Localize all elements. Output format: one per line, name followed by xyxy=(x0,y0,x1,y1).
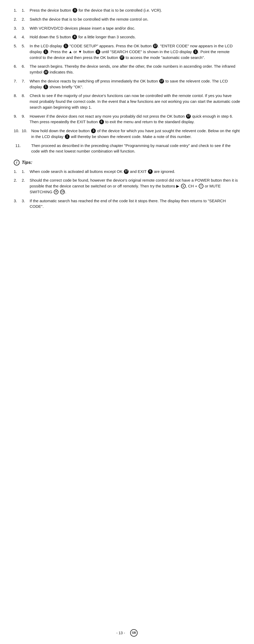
button-ref-3: 3 xyxy=(72,8,77,13)
button-ref-3b: 3 xyxy=(91,128,96,133)
step-number: 5. xyxy=(22,43,30,49)
list-item: 2. Switch the device that is to be contr… xyxy=(14,16,240,22)
step-number: 1. xyxy=(22,7,30,13)
list-item: 8. Check to see if the majority of your … xyxy=(14,93,240,110)
tip-number: 3. xyxy=(22,198,30,204)
button-ref-1: 1 xyxy=(64,44,68,48)
tips-list: 1. When code search is activated all but… xyxy=(14,169,240,210)
page-footer: - 13 - GB xyxy=(0,629,254,637)
step-number: 3. xyxy=(22,25,30,31)
step-number: 8. xyxy=(22,93,30,99)
step-number: 7. xyxy=(22,78,30,84)
step-number: 6. xyxy=(22,63,30,69)
tips-label: Tips: xyxy=(22,159,32,166)
list-item: 10. Now hold down the device button 3 of… xyxy=(14,128,240,140)
list-item: 5. In the LCD display 1 "CODE SETUP" app… xyxy=(14,43,240,60)
tip-content: Should the correct code be found, howeve… xyxy=(30,177,240,195)
tip-number: 2. xyxy=(22,177,30,183)
list-item: 1. Press the device button 3 for the dev… xyxy=(14,7,240,13)
list-item: 7. When the device reacts by switching o… xyxy=(14,78,240,90)
button-ref-17d: 17 xyxy=(186,114,191,119)
button-ref-6b: 6 xyxy=(148,169,153,174)
tip-number: 1. xyxy=(22,169,30,174)
step-content: Switch the device that is to be controll… xyxy=(30,16,240,22)
main-instructions-list: 1. Press the device button 3 for the dev… xyxy=(14,7,240,154)
button-ref-6: 6 xyxy=(99,119,104,124)
button-ref-17c: 17 xyxy=(159,79,164,84)
gb-badge: GB xyxy=(130,629,138,637)
step-content: Now hold down the device button 3 of the… xyxy=(31,128,240,140)
mute-icon: ✕ xyxy=(54,190,58,194)
button-ref-1e: 1 xyxy=(65,134,70,139)
step-number: 4. xyxy=(22,34,30,40)
list-item: 6. The search begins. Thereby the device… xyxy=(14,63,240,75)
button-ref-1c: 1 xyxy=(193,49,198,54)
step-number: 9. xyxy=(22,113,30,119)
step-content: Check to see if the majority of your dev… xyxy=(30,93,240,110)
step-content: Then proceed as described in the precedi… xyxy=(31,143,240,154)
button-ref-1d: 1 xyxy=(43,85,48,89)
tip-item: 3. If the automatic search has reached t… xyxy=(14,198,240,210)
button-ref-5b: 5 xyxy=(181,184,186,188)
tip-content: When code search is activated all button… xyxy=(30,169,240,174)
list-item: 11. Then proceed as described in the pre… xyxy=(15,143,240,154)
step-content: In the LCD display 1 "CODE SETUP" appear… xyxy=(30,43,240,60)
button-ref-14: 14 xyxy=(60,190,65,194)
tips-header: i Tips: xyxy=(14,159,240,166)
step-content: Press the device button 3 for the device… xyxy=(30,7,240,13)
step-content: With VCR/DVD/CD devices please insert a … xyxy=(30,25,240,31)
step-number: 10. xyxy=(22,128,31,134)
button-ref-17b: 17 xyxy=(120,55,124,60)
list-item: 3. With VCR/DVD/CD devices please insert… xyxy=(14,25,240,31)
tips-section: i Tips: 1. When code search is activated… xyxy=(14,159,240,209)
button-ref-1b: 1 xyxy=(43,49,48,54)
tip-content: If the automatic search has reached the … xyxy=(30,198,240,210)
page-content: 1. Press the device button 3 for the dev… xyxy=(0,0,254,235)
tip-item: 2. Should the correct code be found, how… xyxy=(14,177,240,195)
step-content: The search begins. Thereby the device se… xyxy=(30,63,240,75)
page-number: - 13 - xyxy=(116,630,125,636)
step-content: Hold down the S button 4 for a little lo… xyxy=(30,34,240,40)
button-ref-5: 5 xyxy=(96,49,100,54)
step-content: However if the device does not react any… xyxy=(30,113,240,125)
step-number: 2. xyxy=(22,16,30,22)
step-content: When the device reacts by switching off … xyxy=(30,78,240,90)
list-item: 4. Hold down the S button 4 for a little… xyxy=(14,34,240,40)
button-ref-7: 7 xyxy=(199,184,203,188)
button-ref-4: 4 xyxy=(72,35,77,39)
button-ref-17e: 17 xyxy=(124,169,129,174)
list-item: 9. However if the device does not react … xyxy=(14,113,240,125)
tip-item: 1. When code search is activated all but… xyxy=(14,169,240,174)
info-icon: i xyxy=(14,160,20,165)
button-ref-17: 17 xyxy=(153,44,158,48)
button-ref-22: 22 xyxy=(44,70,48,75)
